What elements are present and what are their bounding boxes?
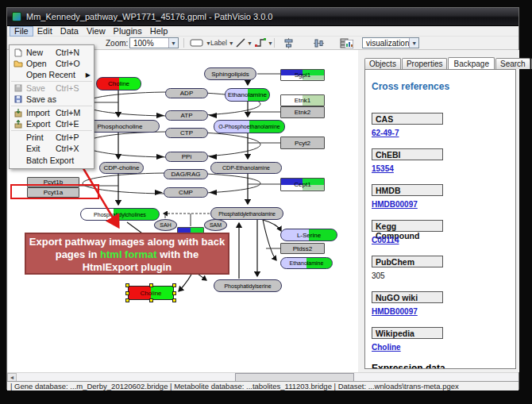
menuitem-batch-export[interactable]: Batch Export xyxy=(10,154,94,167)
menuitem-save[interactable]: SaveCtrl+S xyxy=(10,83,94,94)
menuitem-new[interactable]: NewCtrl+N xyxy=(10,47,94,58)
xref-link[interactable]: 62-49-7 xyxy=(372,129,509,137)
node-phosphatidylcholines[interactable]: Phosphatidylcholines xyxy=(80,208,160,221)
node-atp[interactable]: ATP xyxy=(165,110,208,121)
cross-references-heading: Cross references xyxy=(372,81,509,92)
align-center-x-icon xyxy=(283,38,294,48)
node-adp[interactable]: ADP xyxy=(165,88,208,98)
backpage-section: Kegg Compound C00114 xyxy=(372,220,509,244)
xref-value: 305 xyxy=(372,271,509,280)
connector-icon xyxy=(255,38,266,48)
selection-handle[interactable] xyxy=(172,298,176,302)
callout-highlight: html format xyxy=(100,248,157,260)
menu-separator xyxy=(11,130,92,131)
callout-line1: Export pathway images along with back xyxy=(29,236,225,248)
node-sphingolipids[interactable]: Sphingolipids xyxy=(204,67,256,80)
callout-line3: HtmlExport plugin xyxy=(83,261,172,273)
node-l-serine[interactable]: L-Serine xyxy=(280,229,337,241)
visualization-icon xyxy=(345,38,353,49)
menuitem-print[interactable]: PrintCtrl+P xyxy=(10,132,94,143)
menuitem-import[interactable]: ImportCtrl+M xyxy=(10,107,94,118)
xref-link[interactable]: C00114 xyxy=(372,236,509,244)
menuitem-export[interactable]: ExportCtrl+E xyxy=(10,118,94,129)
save-icon xyxy=(12,84,24,93)
menu-data[interactable]: Data xyxy=(56,26,83,37)
menu-edit[interactable]: Edit xyxy=(33,26,56,37)
menu-view[interactable]: View xyxy=(83,26,110,37)
xref-link[interactable]: HMDB00097 xyxy=(372,307,509,316)
node-etnk1[interactable]: Etnk1 xyxy=(280,94,325,106)
align-center-x-button[interactable] xyxy=(283,37,294,48)
selection-handle[interactable] xyxy=(125,283,129,287)
menuitem-open[interactable]: OpenCtrl+O xyxy=(10,58,94,69)
chevron-down-icon[interactable]: ▼ xyxy=(168,38,178,48)
node-ethanolamine-bottom[interactable]: Ethanolamine xyxy=(280,257,333,269)
tab-objects[interactable]: Objects xyxy=(364,58,401,69)
node-cdp-ethanolamine[interactable]: CDP-Ethanolamine xyxy=(210,162,282,174)
selection-handle[interactable] xyxy=(172,291,176,295)
align-center-y-button[interactable] xyxy=(314,37,324,48)
node-cdp-choline[interactable]: CDP-choline xyxy=(99,162,144,174)
menu-file[interactable]: File xyxy=(10,26,33,37)
line-icon xyxy=(236,38,245,48)
xref-link[interactable]: 15354 xyxy=(372,164,509,173)
app-icon xyxy=(12,12,21,21)
menuitem-open-recent[interactable]: Open Recent▶ xyxy=(10,69,94,80)
xref-link[interactable]: HMDB00097 xyxy=(372,200,509,209)
panel-tabs: Objects Properties Backpage Search Legen… xyxy=(364,56,532,69)
node-sam[interactable]: SAM xyxy=(204,219,227,231)
window-title: Mm_Kennedy_pathway_WP1771_45176.gpml - P… xyxy=(26,12,272,21)
backpage-section: CAS 62-49-7 xyxy=(372,113,509,137)
datasource-header: CAS xyxy=(372,113,443,125)
selection-handle[interactable] xyxy=(149,283,153,287)
submenu-arrow-icon: ▶ xyxy=(86,71,91,79)
tab-backpage[interactable]: Backpage xyxy=(448,57,494,70)
node-pcyt2[interactable]: Pcyt2 xyxy=(280,137,325,149)
menu-plugins[interactable]: Plugins xyxy=(110,26,146,37)
tab-properties[interactable]: Properties xyxy=(402,58,448,69)
selection-handle[interactable] xyxy=(172,283,176,287)
import-icon xyxy=(12,109,24,117)
menuitem-exit[interactable]: ExitCtrl+X xyxy=(10,143,94,154)
node-sgpl1[interactable]: Sgpl1 xyxy=(280,69,325,81)
horizontal-scrollbar[interactable]: ◄ xyxy=(7,372,519,381)
node-ppi[interactable]: PPi xyxy=(165,152,208,162)
menu-help[interactable]: Help xyxy=(146,26,172,37)
title-bar[interactable]: Mm_Kennedy_pathway_WP1771_45176.gpml - P… xyxy=(7,8,519,26)
node-sah[interactable]: SAH xyxy=(154,219,177,231)
node-ethanolamine-top[interactable]: Ethanolamine xyxy=(225,88,270,102)
backpage-section: HMDB HMDB00097 xyxy=(372,184,509,209)
batch-export-highlight xyxy=(10,184,99,199)
node-dag-rag[interactable]: DAG/RAG xyxy=(164,169,208,179)
status-bar: | Gene database: ...m_Derby_20120602.bri… xyxy=(7,381,519,391)
node-etnk2[interactable]: Etnk2 xyxy=(280,106,325,118)
node-cept1[interactable]: Cept1 xyxy=(280,178,325,191)
screenshot-frame: Mm_Kennedy_pathway_WP1771_45176.gpml - P… xyxy=(0,0,532,404)
backpage-panel: Cross references CAS 62-49-7 ChEBI 15354… xyxy=(364,69,516,369)
zoom-combobox[interactable]: 100%▼ xyxy=(129,37,179,48)
datanode-shape-icon xyxy=(190,39,204,47)
xref-link[interactable]: Choline xyxy=(372,343,509,352)
node-phosphatidylserine[interactable]: Phosphatidylserine xyxy=(214,279,282,292)
label-tool-text: Label xyxy=(210,39,227,47)
datanode-tool-button[interactable]: ▼ xyxy=(190,37,211,48)
tab-search[interactable]: Search xyxy=(495,58,530,69)
node-choline-selected[interactable]: Choline xyxy=(128,286,174,300)
node-o-phosphoethanolamine[interactable]: O-Phosphoethanolamine xyxy=(214,120,285,133)
visualization-combobox[interactable]: visualization▼ xyxy=(362,37,419,48)
line-tool-button[interactable]: ▼ xyxy=(236,37,253,48)
node-phosphatidylethanolamine[interactable]: Phosphatidylethanolamine xyxy=(210,207,283,220)
selection-handle[interactable] xyxy=(149,298,153,302)
chevron-down-icon[interactable]: ▼ xyxy=(409,38,418,48)
menuitem-save-as[interactable]: Save as xyxy=(10,94,94,105)
label-tool-button[interactable]: Label▼ xyxy=(210,37,234,48)
datasource-header: ChEBI xyxy=(372,148,443,160)
backpage-section: ChEBI 15354 xyxy=(372,148,509,173)
node-choline-top[interactable]: Choline xyxy=(96,77,141,90)
connector-tool-button[interactable]: ▼ xyxy=(255,37,273,48)
selection-handle[interactable] xyxy=(125,298,129,302)
selection-handle[interactable] xyxy=(125,291,129,295)
node-ptdss2[interactable]: Ptdss2 xyxy=(280,243,325,254)
node-cmp[interactable]: CMP xyxy=(164,187,208,198)
node-ctp[interactable]: CTP xyxy=(165,128,208,138)
